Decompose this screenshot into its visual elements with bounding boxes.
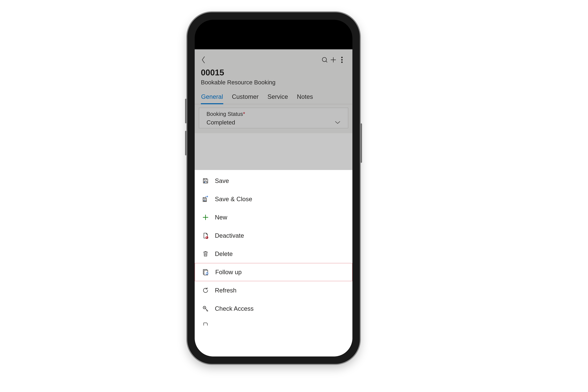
generic-icon — [201, 320, 209, 328]
add-button[interactable] — [329, 56, 338, 64]
plus-icon — [330, 56, 337, 64]
menu-item-label: Save — [215, 177, 229, 184]
svg-point-6 — [341, 62, 343, 63]
phone-screen: 00015 Bookable Resource Booking General … — [195, 20, 352, 356]
save-close-icon — [201, 195, 209, 203]
menu-item-deactivate[interactable]: Deactivate — [195, 226, 352, 245]
menu-item-label: Refresh — [215, 287, 236, 294]
tab-service[interactable]: Service — [267, 90, 288, 104]
check-access-icon — [201, 305, 209, 312]
search-icon — [321, 56, 328, 64]
booking-status-card: Booking Status* Completed — [199, 108, 348, 128]
svg-point-4 — [341, 57, 343, 58]
phone-side-button — [185, 131, 187, 156]
save-icon — [201, 177, 209, 185]
svg-rect-12 — [204, 200, 205, 201]
new-icon — [201, 214, 209, 221]
svg-rect-10 — [204, 198, 206, 198]
field-label-text: Booking Status — [206, 111, 243, 117]
menu-item-new[interactable]: New — [195, 208, 352, 226]
command-menu: Save Save & Close New — [195, 170, 352, 356]
tabs: General Customer Service Notes — [195, 90, 352, 104]
followup-icon — [202, 268, 210, 276]
menu-item-save-close[interactable]: Save & Close — [195, 190, 352, 208]
svg-rect-9 — [204, 182, 205, 183]
menu-item-label: Check Access — [215, 305, 254, 312]
menu-item-label: Save & Close — [215, 196, 252, 203]
svg-point-5 — [341, 59, 343, 60]
menu-item-follow-up[interactable]: Follow up — [195, 263, 352, 281]
booking-status-value: Completed — [206, 119, 335, 126]
deactivate-icon — [201, 232, 209, 240]
more-button[interactable] — [338, 56, 346, 64]
refresh-icon — [201, 286, 209, 294]
svg-rect-7 — [204, 178, 206, 180]
booking-status-label: Booking Status* — [199, 108, 348, 118]
header-action-bar — [201, 53, 346, 66]
form-content: Booking Status* Completed — [195, 104, 352, 133]
search-button[interactable] — [320, 56, 329, 64]
phone-frame: 00015 Bookable Resource Booking General … — [187, 12, 360, 364]
more-vertical-icon — [340, 56, 344, 64]
menu-item-label: New — [215, 214, 227, 221]
menu-item-label: Delete — [215, 250, 233, 258]
menu-item-check-access[interactable]: Check Access — [195, 300, 352, 318]
required-marker: * — [243, 111, 245, 117]
svg-line-1 — [326, 61, 327, 62]
menu-item-partial[interactable] — [195, 318, 352, 326]
menu-item-delete[interactable]: Delete — [195, 245, 352, 263]
booking-status-select[interactable]: Completed — [199, 118, 348, 128]
menu-item-label: Deactivate — [215, 232, 244, 239]
chevron-down-icon — [335, 121, 341, 124]
app-surface: 00015 Bookable Resource Booking General … — [195, 49, 352, 356]
menu-item-label: Follow up — [215, 268, 242, 276]
back-button[interactable] — [201, 56, 206, 64]
tab-customer[interactable]: Customer — [232, 90, 259, 104]
tab-general[interactable]: General — [201, 90, 223, 104]
menu-item-refresh[interactable]: Refresh — [195, 281, 352, 300]
svg-point-22 — [204, 307, 205, 308]
page-title: 00015 — [201, 68, 346, 77]
app-header: 00015 Bookable Resource Booking — [195, 49, 352, 90]
menu-item-save[interactable]: Save — [195, 172, 352, 190]
delete-icon — [201, 250, 209, 258]
page-subtitle: Bookable Resource Booking — [201, 79, 346, 86]
tab-notes[interactable]: Notes — [297, 90, 313, 104]
